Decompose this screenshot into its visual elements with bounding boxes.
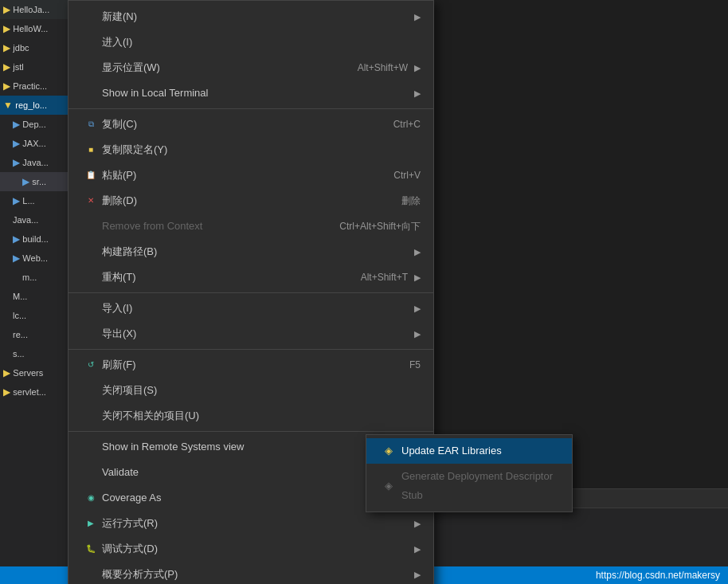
debug-arrow: ▶ — [414, 539, 421, 559]
show-location-shortcut: Alt+Shift+W — [358, 58, 408, 77]
menu-item-new-label: 新建(N) — [102, 7, 408, 26]
close-unrelated-icon — [84, 410, 97, 422]
menu-item-enter[interactable]: 进入(I) — [68, 29, 433, 55]
menu-item-delete-label: 删除(D) — [102, 191, 386, 210]
menu-item-paste-label: 粘贴(P) — [102, 166, 378, 185]
paste-shortcut: Ctrl+V — [393, 166, 421, 185]
new-arrow-icon: ▶ — [414, 7, 421, 26]
menu-item-close-project-label: 关闭项目(S) — [102, 381, 421, 400]
delete-icon: ✕ — [84, 194, 97, 207]
menu-item-copy-qualified-label: 复制限定名(Y) — [102, 140, 421, 159]
enter-icon — [84, 36, 97, 49]
menu-item-refresh-label: 刷新(F) — [102, 355, 393, 374]
update-ear-icon: ◈ — [382, 445, 395, 457]
build-path-icon — [84, 245, 97, 258]
copy-icon: ⧉ — [84, 118, 97, 131]
gen-descriptor-icon: ◈ — [382, 480, 395, 492]
separator-1 — [68, 108, 433, 109]
coverage-icon: ◉ — [84, 492, 97, 504]
show-location-arrow: ▶ — [414, 58, 421, 77]
show-terminal-icon — [84, 87, 97, 100]
menu-item-export[interactable]: 导出(X) ▶ — [68, 321, 433, 347]
menu-item-refactor[interactable]: 重构(T) Alt+Shift+T ▶ — [68, 265, 433, 290]
menu-item-profile-label: 概要分析方式(P) — [102, 565, 408, 584]
show-terminal-arrow: ▶ — [414, 84, 421, 103]
new-icon — [84, 10, 97, 23]
menu-item-refactor-label: 重构(T) — [102, 268, 345, 287]
separator-3 — [68, 349, 433, 350]
menu-item-build-path[interactable]: 构建路径(B) ▶ — [68, 239, 433, 265]
menu-item-run-label: 运行方式(R) — [102, 514, 408, 533]
menu-item-close-project[interactable]: 关闭项目(S) — [68, 378, 433, 403]
menu-item-show-terminal-label: Show in Local Terminal — [102, 84, 408, 103]
submenu-item-gen-descriptor-label: Generate Deployment Descriptor Stub — [401, 467, 559, 505]
copy-shortcut: Ctrl+C — [393, 115, 421, 134]
menu-item-remove-context: Remove from Context Ctrl+Alt+Shift+向下 — [68, 214, 433, 239]
run-arrow: ▶ — [414, 514, 421, 533]
status-url: https://blog.csdn.net/makersy — [596, 570, 720, 581]
menu-item-export-label: 导出(X) — [102, 324, 408, 343]
separator-4 — [68, 431, 433, 432]
menu-item-debug-label: 调试方式(D) — [102, 539, 408, 559]
paste-icon: 📋 — [84, 169, 97, 182]
menu-item-coverage-label: Coverage As — [102, 488, 408, 508]
menu-item-import[interactable]: 导入(I) ▶ — [68, 296, 433, 321]
show-location-icon — [84, 61, 97, 74]
copy-qualified-icon: ■ — [84, 143, 97, 156]
import-arrow: ▶ — [414, 299, 421, 318]
menu-item-profile[interactable]: 概要分析方式(P) ▶ — [68, 562, 433, 584]
export-icon — [84, 327, 97, 340]
menu-item-remove-context-label: Remove from Context — [102, 217, 323, 236]
menu-item-show-location-label: 显示位置(W) — [102, 58, 342, 77]
submenu-item-gen-descriptor: ◈ Generate Deployment Descriptor Stub — [366, 464, 572, 508]
menu-item-build-path-label: 构建路径(B) — [102, 242, 408, 261]
refresh-icon: ↺ — [84, 359, 97, 371]
export-arrow: ▶ — [414, 324, 421, 343]
import-icon — [84, 302, 97, 315]
refactor-shortcut: Alt+Shift+T — [361, 268, 408, 287]
refactor-arrow: ▶ — [414, 268, 421, 287]
submenu-item-update-ear[interactable]: ◈ Update EAR Libraries — [366, 438, 572, 464]
menu-item-copy-qualified[interactable]: ■ 复制限定名(Y) — [68, 137, 433, 163]
menu-item-show-terminal[interactable]: Show in Local Terminal ▶ — [68, 80, 433, 106]
validate-icon — [84, 466, 97, 479]
build-path-arrow: ▶ — [414, 242, 421, 261]
menu-item-show-location[interactable]: 显示位置(W) Alt+Shift+W ▶ — [68, 55, 433, 80]
submenu-item-update-ear-label: Update EAR Libraries — [401, 441, 502, 461]
menu-item-run[interactable]: ▶ 运行方式(R) ▶ — [68, 511, 433, 536]
menu-item-import-label: 导入(I) — [102, 299, 408, 318]
refresh-shortcut: F5 — [409, 355, 421, 374]
show-remote-icon — [84, 441, 97, 453]
run-icon: ▶ — [84, 517, 97, 530]
profile-arrow: ▶ — [414, 565, 421, 584]
java-ee-tools-submenu: ◈ Update EAR Libraries ◈ Generate Deploy… — [366, 434, 573, 512]
remove-context-icon — [84, 220, 97, 233]
menu-item-close-unrelated-label: 关闭不相关的项目(U) — [102, 406, 421, 425]
menu-item-close-unrelated[interactable]: 关闭不相关的项目(U) — [68, 403, 433, 429]
menu-item-refresh[interactable]: ↺ 刷新(F) F5 — [68, 352, 433, 378]
separator-2 — [68, 292, 433, 293]
close-project-icon — [84, 384, 97, 397]
menu-item-new[interactable]: 新建(N) ▶ — [68, 4, 433, 29]
menu-item-copy-label: 复制(C) — [102, 115, 378, 134]
menu-item-copy[interactable]: ⧉ 复制(C) Ctrl+C — [68, 112, 433, 137]
profile-icon — [84, 568, 97, 581]
menu-item-debug[interactable]: 🐛 调试方式(D) ▶ — [68, 536, 433, 562]
menu-item-paste[interactable]: 📋 粘贴(P) Ctrl+V — [68, 163, 433, 188]
delete-shortcut: 删除 — [401, 191, 421, 210]
remove-context-shortcut: Ctrl+Alt+Shift+向下 — [339, 217, 421, 236]
menu-item-enter-label: 进入(I) — [102, 33, 421, 52]
debug-icon: 🐛 — [84, 543, 97, 555]
refactor-icon — [84, 271, 97, 284]
menu-item-delete[interactable]: ✕ 删除(D) 删除 — [68, 188, 433, 214]
